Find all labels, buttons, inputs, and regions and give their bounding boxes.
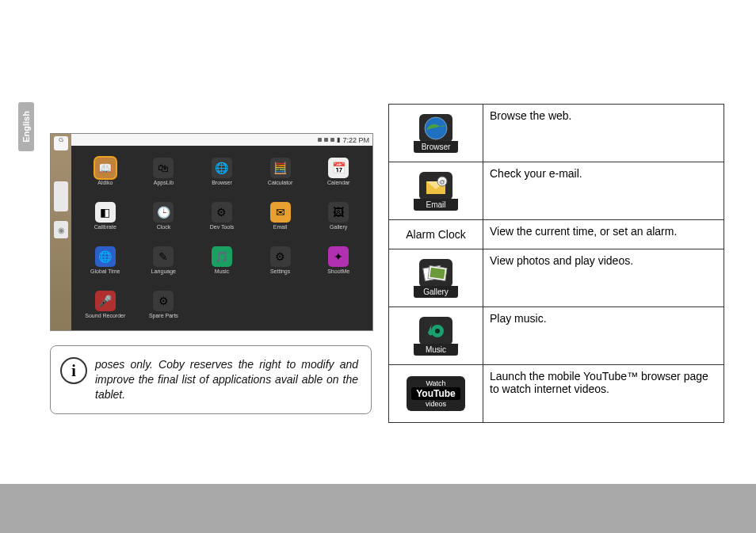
table-row: GalleryView photos and play videos.	[389, 249, 724, 307]
table-description-cell: View the current time, or set an alarm.	[483, 220, 724, 249]
icon-label: Gallery	[414, 286, 458, 298]
svg-rect-6	[430, 267, 445, 278]
table-icon-cell: Music	[389, 307, 483, 365]
app-item: 🧮Calculator	[251, 149, 310, 193]
table-icon-cell: Gallery	[389, 249, 483, 307]
app-icon: 🎵	[212, 246, 232, 267]
info-note-text: poses only. Coby reserves the right to m…	[95, 357, 358, 402]
app-item: ⚙Settings	[251, 238, 310, 283]
app-label: Aldiko	[97, 180, 113, 185]
app-label: Calculator	[268, 180, 293, 185]
tablet-screenshot: G ◉ ▮ 7:22 PM 📖Aldiko🛍AppsLib🌐Browser🧮Ca…	[50, 133, 373, 331]
app-item: 📅Calendar	[309, 149, 368, 193]
youtube-icon: WatchYouTubevideos	[407, 376, 465, 411]
svg-point-9	[435, 329, 440, 333]
app-item: 🕒Clock	[135, 193, 193, 238]
app-icon: 🌐	[212, 158, 232, 178]
side-widget	[54, 181, 68, 211]
language-tab-label: English	[21, 111, 31, 143]
app-label: Music	[215, 268, 229, 274]
info-note-box: i poses only. Coby reserves the right to…	[50, 345, 372, 414]
app-label: AppsLib	[154, 180, 174, 185]
app-icon: ⚙	[270, 246, 291, 267]
app-icon: 🛍	[153, 158, 174, 178]
battery-icon: ▮	[337, 136, 340, 143]
app-label: ShootMe	[327, 268, 349, 274]
app-label: Email	[273, 224, 288, 230]
table-row: WatchYouTubevideosLaunch the mobile YouT…	[389, 365, 724, 423]
app-item: 🌐Browser	[193, 149, 251, 193]
icon-label: Music	[414, 344, 458, 356]
search-widget-icon: G	[54, 136, 68, 150]
gallery-icon: Gallery	[414, 259, 458, 298]
app-item: ⚙Spare Parts	[135, 283, 193, 327]
table-icon-cell: Browser	[389, 105, 483, 162]
app-icon: ✉	[270, 202, 291, 223]
email-icon: @Email	[414, 172, 458, 211]
svg-text:@: @	[439, 178, 445, 185]
table-row: @EmailCheck your e-mail.	[389, 162, 724, 220]
app-label: Spare Parts	[149, 313, 178, 318]
app-item: 🎤Sound Recorder	[76, 283, 135, 327]
app-icon: ⚙	[212, 202, 232, 223]
app-item: ✎Language	[135, 238, 193, 283]
app-label: Dev Tools	[210, 224, 235, 230]
table-description-cell: Launch the mobile YouTube™ browser page …	[483, 365, 724, 423]
app-icon: 📖	[95, 158, 116, 178]
app-label: Browser	[212, 180, 232, 185]
icon-label: Browser	[414, 141, 458, 153]
table-icon-cell: @Email	[389, 162, 483, 220]
table-description-cell: Play music.	[483, 307, 724, 365]
app-item: 🛍AppsLib	[135, 149, 193, 193]
app-label: Calibrate	[94, 224, 116, 230]
app-item: ✉Email	[251, 193, 310, 238]
page-footer-bar	[0, 484, 756, 533]
table-icon-cell: WatchYouTubevideos	[389, 365, 483, 423]
app-icon: 🎤	[95, 291, 116, 311]
app-icon: 📅	[328, 158, 349, 178]
app-item: ✦ShootMe	[309, 238, 368, 283]
app-item: ◧Calibrate	[76, 193, 135, 238]
status-icon	[330, 138, 334, 142]
table-icon-cell: Alarm Clock	[389, 220, 483, 249]
info-icon: i	[60, 357, 87, 384]
browser-icon: Browser	[414, 114, 458, 153]
table-description-cell: Browse the web.	[483, 105, 724, 162]
app-label: Sound Recorder	[85, 313, 125, 318]
screenshot-desktop-strip: G ◉	[51, 134, 71, 330]
app-label: Calendar	[327, 180, 349, 185]
app-item: 📖Aldiko	[76, 149, 135, 193]
app-icon: 🌐	[95, 246, 116, 267]
app-label: Global Time	[90, 268, 120, 274]
table-row: BrowserBrowse the web.	[389, 105, 724, 162]
table-row: MusicPlay music.	[389, 307, 724, 365]
app-label: Clock	[157, 224, 171, 230]
app-icon: ✎	[153, 246, 174, 267]
app-icon: 🧮	[270, 158, 291, 178]
app-item: 🎵Music	[193, 238, 251, 283]
icon-label: Email	[414, 199, 458, 211]
status-icon	[324, 138, 328, 142]
app-icon: ⚙	[153, 291, 174, 311]
app-drawer: ▮ 7:22 PM 📖Aldiko🛍AppsLib🌐Browser🧮Calcul…	[71, 134, 372, 330]
app-label: Gallery	[330, 224, 347, 230]
app-icon: ✦	[328, 246, 349, 267]
app-icon: ◧	[95, 202, 116, 223]
app-icon: 🕒	[153, 202, 174, 223]
app-icon: 🖼	[328, 202, 349, 223]
app-item: ⚙Dev Tools	[193, 193, 251, 238]
status-icon	[318, 138, 322, 142]
language-tab: English	[18, 102, 34, 151]
table-description-cell: View photos and play videos.	[483, 249, 724, 307]
status-bar: ▮ 7:22 PM	[71, 134, 372, 146]
side-play-widget: ◉	[54, 221, 68, 238]
app-grid: 📖Aldiko🛍AppsLib🌐Browser🧮Calculator📅Calen…	[71, 146, 372, 330]
app-label: Settings	[270, 268, 290, 274]
table-description-cell: Check your e-mail.	[483, 162, 724, 220]
table-row: Alarm ClockView the current time, or set…	[389, 220, 724, 249]
app-description-table: BrowserBrowse the web.@EmailCheck your e…	[388, 104, 724, 423]
app-item: 🌐Global Time	[76, 238, 135, 283]
status-time: 7:22 PM	[342, 136, 369, 144]
music-icon: Music	[414, 317, 458, 356]
app-item: 🖼Gallery	[309, 193, 368, 238]
